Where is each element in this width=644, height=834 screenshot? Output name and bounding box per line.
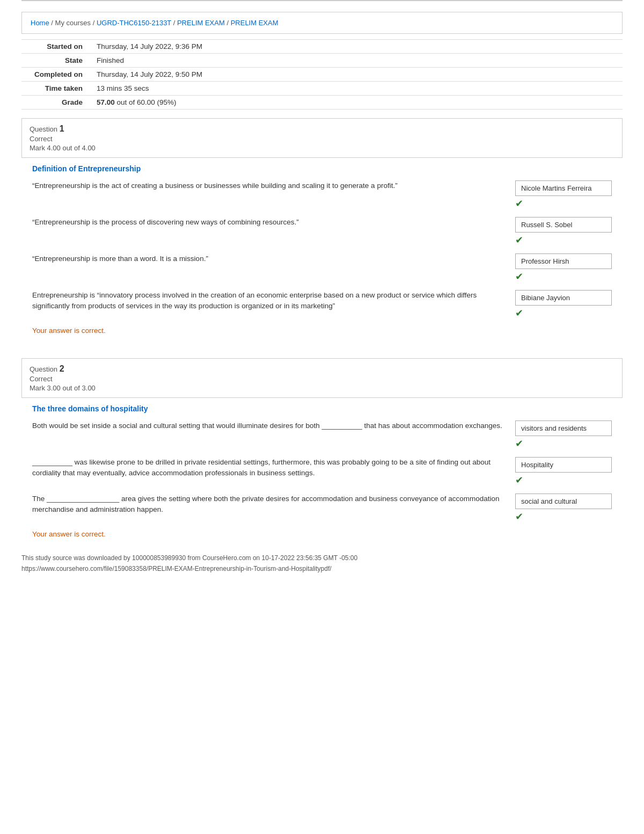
q1-check-1: ✔ bbox=[515, 198, 523, 209]
q1-match-text-1: “Entrepreneurship is the act of creating… bbox=[32, 180, 515, 191]
state-label: State bbox=[21, 54, 91, 68]
breadcrumb-course[interactable]: UGRD-THC6150-2133T bbox=[97, 19, 171, 27]
q2-match-row-2: __________ was likewise prone to be dril… bbox=[32, 457, 623, 486]
question2-box: Question 2 Correct Mark 3.00 out of 3.00 bbox=[21, 358, 623, 398]
q1-match-row-2: “Entrepreneurship is the process of disc… bbox=[32, 217, 623, 246]
q2-match-right-2: Hospitality ✔ bbox=[515, 457, 623, 486]
question2-content: The three domains of hospitality Both wo… bbox=[32, 404, 623, 538]
question1-mark: Mark 4.00 out of 4.00 bbox=[30, 144, 614, 152]
q2-match-box-2: Hospitality bbox=[515, 457, 612, 473]
q1-match-box-4: Bibiane Jayvion bbox=[515, 290, 612, 306]
question2-status: Correct bbox=[30, 375, 614, 383]
footer-note: This study source was downloaded by 1000… bbox=[21, 554, 623, 562]
breadcrumb-sep4: / bbox=[226, 19, 230, 27]
breadcrumb-sep2: / bbox=[93, 19, 97, 27]
q2-check-2: ✔ bbox=[515, 474, 523, 486]
q1-check-4: ✔ bbox=[515, 307, 523, 319]
info-row-timetaken: Time taken 13 mins 35 secs bbox=[21, 82, 623, 96]
info-row-state: State Finished bbox=[21, 54, 623, 68]
breadcrumb-sep3: / bbox=[173, 19, 177, 27]
grade-rest: out of 60.00 (95%) bbox=[115, 98, 177, 106]
question2-num: Question 2 bbox=[30, 364, 614, 374]
question1-status: Correct bbox=[30, 135, 614, 143]
q2-match-right-1: visitors and residents ✔ bbox=[515, 420, 623, 449]
q2-match-right-3: social and cultural ✔ bbox=[515, 494, 623, 523]
q2-match-box-1: visitors and residents bbox=[515, 420, 612, 436]
grade-bold: 57.00 bbox=[97, 98, 115, 106]
q2-match-row-3: The __________________ area gives the se… bbox=[32, 494, 623, 523]
q1-match-box-2: Russell S. Sobel bbox=[515, 217, 612, 233]
q1-check-3: ✔ bbox=[515, 271, 523, 282]
grade-label: Grade bbox=[21, 96, 91, 110]
q2-match-text-1: Both would be set inside a social and cu… bbox=[32, 420, 515, 431]
started-value: Thursday, 14 July 2022, 9:36 PM bbox=[91, 40, 623, 54]
q1-match-right-3: Professor Hirsh ✔ bbox=[515, 253, 623, 282]
question1-title: Definition of Entrepreneurship bbox=[32, 164, 623, 173]
q1-match-text-2: “Entrepreneurship is the process of disc… bbox=[32, 217, 515, 228]
question1-content: Definition of Entrepreneurship “Entrepre… bbox=[32, 164, 623, 335]
q1-match-row-4: Entrepreneurship is “innovatory process … bbox=[32, 290, 623, 319]
info-row-started: Started on Thursday, 14 July 2022, 9:36 … bbox=[21, 40, 623, 54]
breadcrumb-exam1[interactable]: PRELIM EXAM bbox=[177, 19, 225, 27]
q2-match-text-2: __________ was likewise prone to be dril… bbox=[32, 457, 515, 479]
q2-answer-feedback: Your answer is correct. bbox=[32, 530, 623, 538]
q1-match-right-4: Bibiane Jayvion ✔ bbox=[515, 290, 623, 319]
question2-title: The three domains of hospitality bbox=[32, 404, 623, 413]
top-border bbox=[21, 0, 623, 1]
q1-match-text-4: Entrepreneurship is “innovatory process … bbox=[32, 290, 515, 312]
question1-num: Question 1 bbox=[30, 124, 614, 134]
breadcrumb-home[interactable]: Home bbox=[31, 19, 49, 27]
grade-value: 57.00 out of 60.00 (95%) bbox=[91, 96, 623, 110]
q1-match-row-3: “Entrepreneurship is more than a word. I… bbox=[32, 253, 623, 282]
footer-url: https://www.coursehero.com/file/15908335… bbox=[21, 565, 623, 572]
question1-box: Question 1 Correct Mark 4.00 out of 4.00 bbox=[21, 118, 623, 158]
state-value: Finished bbox=[91, 54, 623, 68]
breadcrumb-exam2[interactable]: PRELIM EXAM bbox=[231, 19, 279, 27]
completed-label: Completed on bbox=[21, 68, 91, 82]
info-row-grade: Grade 57.00 out of 60.00 (95%) bbox=[21, 96, 623, 110]
started-label: Started on bbox=[21, 40, 91, 54]
breadcrumb-container: Home / My courses / UGRD-THC6150-2133T /… bbox=[21, 12, 623, 34]
q2-check-1: ✔ bbox=[515, 438, 523, 449]
q1-match-right-2: Russell S. Sobel ✔ bbox=[515, 217, 623, 246]
info-table: Started on Thursday, 14 July 2022, 9:36 … bbox=[21, 39, 623, 110]
q1-match-row-1: “Entrepreneurship is the act of creating… bbox=[32, 180, 623, 209]
info-row-completed: Completed on Thursday, 14 July 2022, 9:5… bbox=[21, 68, 623, 82]
q1-match-box-1: Nicole Martins Ferreira bbox=[515, 180, 612, 196]
breadcrumb-sep1: / bbox=[51, 19, 55, 27]
q1-match-right-1: Nicole Martins Ferreira ✔ bbox=[515, 180, 623, 209]
q1-answer-feedback: Your answer is correct. bbox=[32, 327, 623, 335]
q2-match-box-3: social and cultural bbox=[515, 494, 612, 509]
breadcrumb: Home / My courses / UGRD-THC6150-2133T /… bbox=[31, 19, 279, 27]
completed-value: Thursday, 14 July 2022, 9:50 PM bbox=[91, 68, 623, 82]
q1-match-text-3: “Entrepreneurship is more than a word. I… bbox=[32, 253, 515, 264]
q2-match-text-3: The __________________ area gives the se… bbox=[32, 494, 515, 516]
q1-match-box-3: Professor Hirsh bbox=[515, 253, 612, 269]
q2-match-row-1: Both would be set inside a social and cu… bbox=[32, 420, 623, 449]
timetaken-label: Time taken bbox=[21, 82, 91, 96]
breadcrumb-mycourses: My courses bbox=[55, 19, 91, 27]
q1-check-2: ✔ bbox=[515, 234, 523, 246]
timetaken-value: 13 mins 35 secs bbox=[91, 82, 623, 96]
q2-check-3: ✔ bbox=[515, 511, 523, 523]
question2-mark: Mark 3.00 out of 3.00 bbox=[30, 384, 614, 392]
